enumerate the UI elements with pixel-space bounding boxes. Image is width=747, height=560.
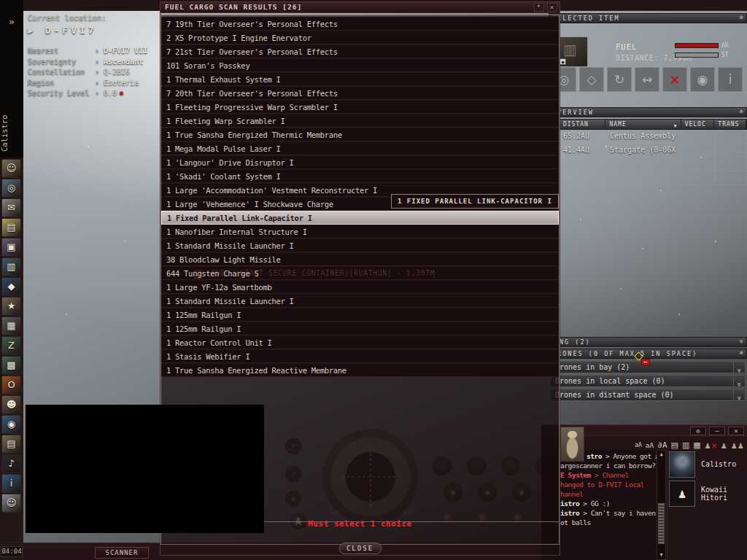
health-bar-label: AR — [721, 42, 729, 49]
expand-icon[interactable]: » — [733, 362, 745, 373]
market-icon[interactable]: ▥ — [1, 257, 21, 276]
scan-result-row[interactable]: 7 21st Tier Overseer's Personal Effects — [161, 44, 559, 58]
chat-speaker: istro — [560, 509, 583, 517]
character-sheet-icon[interactable]: ☺ — [1, 159, 21, 178]
collapse-icon[interactable]: « — [738, 349, 744, 358]
pin-icon[interactable]: * — [534, 3, 544, 12]
expand-neocom-icon[interactable]: » — [0, 16, 23, 27]
scan-result-row[interactable]: 38 Bloodclaw Light Missile — [161, 252, 559, 266]
minimize-icon[interactable]: – — [709, 427, 725, 435]
expand-icon[interactable]: » — [738, 338, 744, 346]
journal-icon[interactable]: ▤ — [1, 435, 21, 454]
close-button[interactable]: CLOSE — [339, 542, 382, 554]
overview-column-distan[interactable]: DISTAN — [560, 120, 606, 129]
member-row[interactable]: Calistro — [667, 450, 747, 479]
scan-result-row[interactable]: 1 Large YF-12a Smartbomb — [161, 280, 559, 294]
view-container-icon[interactable]: ◇ — [579, 67, 604, 92]
overview-column-name[interactable]: NAME▼ — [605, 120, 681, 129]
avatar-icon[interactable]: ☺ — [1, 494, 21, 513]
chat-scrollbar[interactable]: ▲ ▼ — [657, 450, 666, 560]
distance-label: DISTANCE: — [616, 54, 659, 62]
expand-icon[interactable]: » — [733, 389, 745, 400]
scan-result-row[interactable]: 101 Soran's Passkey — [161, 58, 559, 72]
overview-column-veloc[interactable]: VELOC — [681, 120, 715, 129]
notepad-icon[interactable]: ▤ — [1, 218, 21, 237]
scan-result-row[interactable]: 1 Mega Modal Pulse Laser I — [161, 141, 559, 155]
scan-result-row[interactable]: 1 Thermal Exhaust System I — [161, 72, 559, 86]
close-icon[interactable]: × — [547, 3, 557, 12]
help-icon[interactable]: O — [1, 376, 21, 394]
scan-result-row[interactable]: 1 'Langour' Drive Disruptor I — [161, 155, 559, 169]
drone-group-row[interactable]: Drones in distant space (0)» — [550, 389, 746, 401]
scroll-up-icon[interactable]: ▲ — [657, 451, 665, 459]
chat-message: E System > Channel — [560, 470, 657, 480]
member-row[interactable]: Kowaii Hitori — [667, 479, 747, 508]
scan-result-row[interactable]: 1 Fleeting Warp Scrambler I — [161, 114, 559, 128]
medals-icon[interactable]: ★ — [1, 297, 21, 316]
photos-icon[interactable]: ▣ — [1, 238, 21, 257]
scan-result-row[interactable]: 7 19th Tier Overseer's Personal Effects — [161, 17, 559, 31]
scrollbar-thumb[interactable] — [658, 503, 665, 544]
keep-range-icon[interactable]: ↔ — [635, 67, 659, 92]
members-icon[interactable]: ♟♟ — [731, 442, 744, 450]
drone-group-row[interactable]: Drones in local space (0)» — [550, 375, 746, 387]
wallet-icon[interactable]: Z — [1, 336, 21, 355]
chat-layout-icon[interactable]: ▤ — [671, 440, 678, 450]
clock[interactable]: 04:04 — [1, 546, 23, 557]
font-size-button[interactable]: aA — [646, 441, 654, 450]
scan-result-row[interactable]: 7 20th Tier Overseer's Personal Effects — [161, 86, 559, 100]
collapse-icon[interactable]: « — [738, 108, 744, 117]
collapsed-panel-header[interactable]: NG (2) » — [549, 337, 747, 347]
font-size-button[interactable]: aA — [635, 441, 642, 450]
orbit-icon[interactable]: ↻ — [607, 67, 632, 92]
current-system[interactable]: ▶ D-FVI7 — [28, 25, 159, 36]
mail-icon[interactable]: ✉ — [1, 198, 21, 217]
chat-messages: stro > Anyone got aargoscanner i can bor… — [560, 451, 657, 527]
scan-result-row[interactable]: 2 X5 Prototype I Engine Enervator — [161, 31, 559, 44]
calculator-icon[interactable]: ▩ — [1, 356, 21, 375]
scan-result-row[interactable]: 1 True Sansha Energized Reactive Membran… — [161, 363, 559, 377]
member-icon[interactable]: ♟ — [721, 442, 727, 450]
selected-item-thumbnail[interactable]: ▥ ● — [557, 36, 588, 67]
assets-icon[interactable]: ▦ — [1, 316, 21, 335]
scan-result-row[interactable]: 1 125mm Railgun I — [161, 308, 559, 322]
people-and-places-icon[interactable]: ◎ — [1, 179, 21, 198]
channel-settings-icon[interactable]: ⊙ — [690, 427, 706, 435]
scroll-down-icon[interactable]: ▼ — [657, 551, 665, 559]
scan-result-row[interactable]: 1 True Sansha Energized Thermic Membrane — [161, 128, 559, 141]
map-icon[interactable]: ◆ — [1, 277, 21, 296]
location-row-value: Q-2BI6 — [104, 67, 130, 78]
overview-row[interactable]: 41.4AUStargate (0-06X — [549, 144, 747, 158]
scan-result-row[interactable]: 1 Fleeting Progressive Warp Scrambler I — [161, 100, 559, 114]
chat-layout-icon[interactable]: ▦ — [693, 440, 700, 450]
dialog-titlebar[interactable]: FUEL CARGO SCAN RESULTS [26] * × — [160, 2, 560, 13]
channels-icon[interactable]: ☻ — [1, 395, 21, 414]
look-at-icon[interactable]: ◉ — [690, 67, 715, 92]
scan-result-row[interactable]: 1 'Skadi' Coolant System I — [161, 169, 559, 183]
block-member-icon[interactable]: ♟× — [705, 442, 717, 450]
browser-icon[interactable]: ◉ — [1, 415, 21, 434]
scan-result-row[interactable]: 1 Fixed Parallel Link-Capacitor I — [161, 211, 559, 225]
scan-result-row[interactable]: 1 Standard Missile Launcher I — [161, 238, 559, 252]
overview-header[interactable]: OVERVIEW « — [549, 107, 747, 117]
font-size-button[interactable]: ∂A — [657, 441, 667, 450]
info-icon[interactable]: i — [1, 474, 21, 493]
scan-result-row[interactable]: 1 Nanofiber Internal Structure I — [161, 225, 559, 238]
scan-result-row[interactable]: 1 Stasis Webifier I — [161, 349, 559, 363]
scan-result-row[interactable]: 1 Standard Missile Launcher I — [161, 294, 559, 308]
overview-row[interactable]: 65.2AUCentus Assembly — [549, 130, 747, 144]
scan-result-row[interactable]: 1 Reactor Control Unit I — [161, 335, 559, 349]
scan-result-row[interactable]: 1 125mm Railgun I — [161, 322, 559, 335]
close-icon[interactable]: × — [728, 427, 744, 435]
unlock-target-icon[interactable]: × — [662, 67, 687, 92]
overview-column-trans[interactable]: TRANS — [714, 120, 746, 129]
selected-item-header[interactable]: SELECTED ITEM « — [549, 13, 747, 23]
show-info-icon[interactable]: i — [718, 67, 743, 92]
chat-layout-icon[interactable]: ▥ — [682, 440, 689, 450]
scanner-button[interactable]: SCANNER — [95, 547, 149, 559]
expand-icon[interactable]: » — [733, 376, 745, 386]
cursor-forbidden-icon: − — [641, 359, 650, 365]
collapse-icon[interactable]: « — [738, 14, 744, 23]
character-name[interactable]: Calistro — [0, 108, 23, 159]
jukebox-icon[interactable]: ♪ — [1, 454, 21, 473]
